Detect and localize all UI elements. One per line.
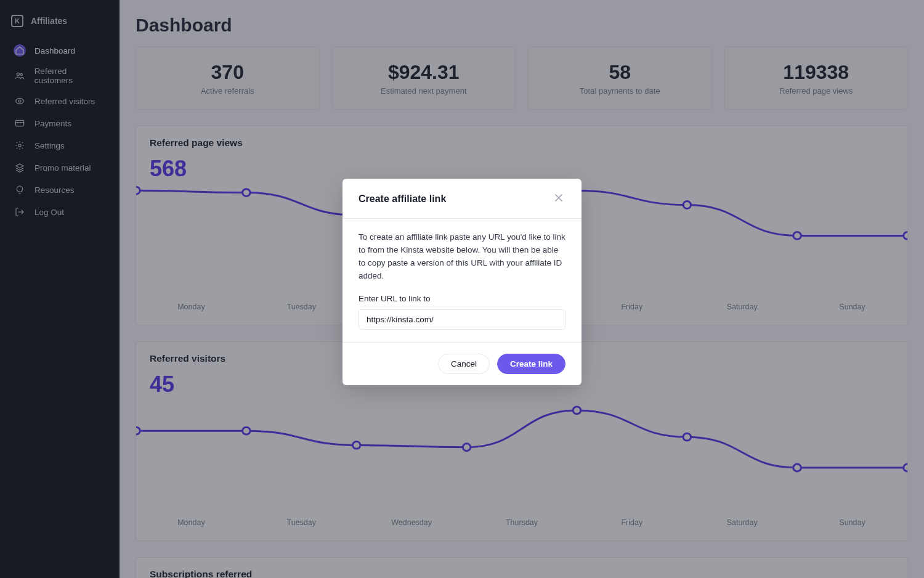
create-link-button[interactable]: Create link xyxy=(497,354,565,374)
modal-description: To create an affiliate link paste any UR… xyxy=(359,231,565,283)
modal-overlay[interactable]: Create affiliate link To create an affil… xyxy=(0,0,924,578)
create-affiliate-link-modal: Create affiliate link To create an affil… xyxy=(342,179,582,385)
close-icon[interactable] xyxy=(552,191,565,207)
cancel-button[interactable]: Cancel xyxy=(438,354,490,374)
url-input[interactable] xyxy=(359,309,565,330)
modal-header: Create affiliate link xyxy=(342,179,582,219)
url-input-label: Enter URL to link to xyxy=(359,293,565,306)
modal-body: To create an affiliate link paste any UR… xyxy=(342,219,582,342)
modal-title: Create affiliate link xyxy=(359,193,446,205)
modal-footer: Cancel Create link xyxy=(342,342,582,385)
